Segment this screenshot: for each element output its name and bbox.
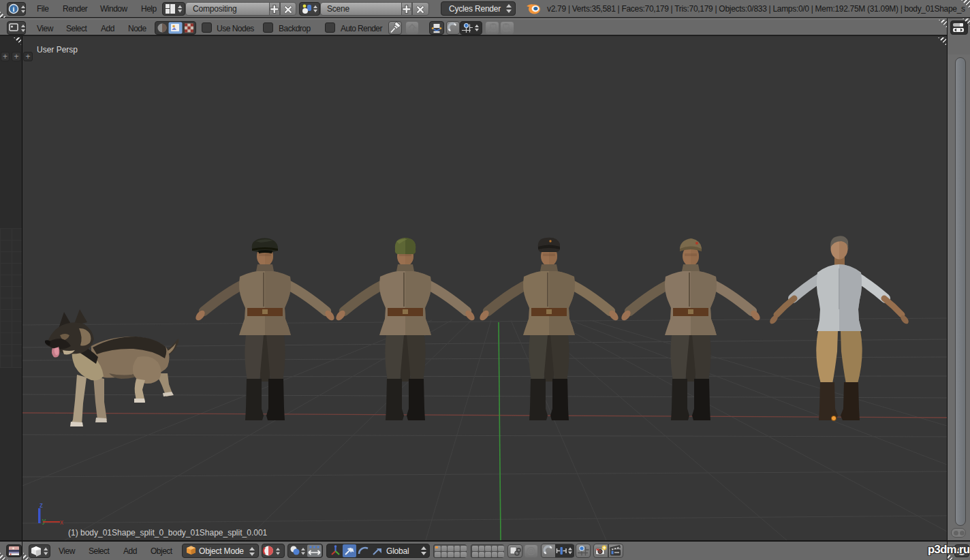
svg-text:i: i <box>13 5 15 13</box>
svg-text:y: y <box>42 517 46 525</box>
svg-text:x: x <box>60 518 63 526</box>
svg-text:z: z <box>40 501 43 509</box>
